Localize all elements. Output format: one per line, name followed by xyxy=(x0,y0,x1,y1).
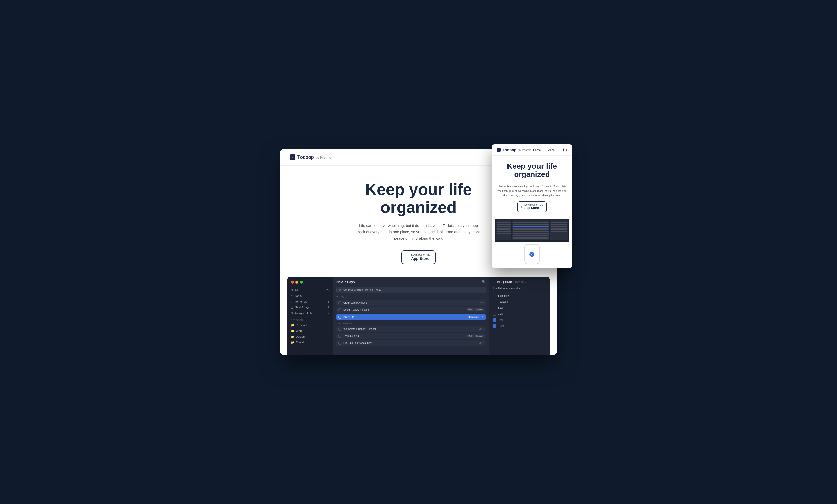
task-checkbox[interactable] xyxy=(338,335,341,338)
checklist-item-checked[interactable]: ✓ Bread xyxy=(493,323,546,329)
task-time: 10:00 xyxy=(479,302,483,304)
floating-hero-title: Keep your life organized xyxy=(497,162,567,178)
search-icon[interactable]: 🔍 xyxy=(482,280,485,284)
plus-icon: ⊕ xyxy=(339,289,341,291)
brand: ✓ Todoop by Prismic xyxy=(290,155,331,160)
fsg-bar xyxy=(513,228,549,230)
task-tag-personal: Personal xyxy=(468,316,479,318)
task-time: 10:00 xyxy=(479,342,483,344)
sidebar-item-today[interactable]: ◷ Today 3 xyxy=(287,293,333,299)
sidebar-folder-work[interactable]: 📁 Work › xyxy=(287,328,333,334)
task-checkbox[interactable] xyxy=(338,308,341,311)
task-list-title: Next 7 Days xyxy=(336,280,355,284)
floating-brand: ✓ Todoop by Prismic xyxy=(497,148,531,152)
task-checkbox[interactable] xyxy=(338,301,341,304)
tomorrow-icon: ◷ xyxy=(291,300,293,303)
task-date-tomorrow: Wed, Tomorrow xyxy=(336,322,485,325)
task-name: Design review meeting xyxy=(343,308,465,311)
fsg-bar xyxy=(497,231,511,232)
app-store-button[interactable]:  Download on the App Store xyxy=(402,251,435,264)
sidebar-item-tomorrow[interactable]: ◷ Tomorrow 5 xyxy=(287,299,333,305)
sidebar-folder-design[interactable]: 📁 Design › xyxy=(287,334,333,340)
fsg-bar xyxy=(497,233,511,234)
task-item[interactable]: Pick up Ellen from airport 10:00 xyxy=(336,340,485,346)
floating-app-store-label-small: Download on the xyxy=(524,204,543,206)
phone-checkmark-icon: ✓ xyxy=(530,252,534,257)
sidebar-item-next7days[interactable]: ◷ Next 7 days 12 xyxy=(287,305,333,310)
task-checkbox[interactable] xyxy=(338,316,341,319)
floating-hero: Keep your life organized Life can feel o… xyxy=(492,156,572,216)
checklist-checkbox-checked[interactable]: ✓ xyxy=(493,318,496,322)
floating-brand-by: by Prismic xyxy=(518,148,531,151)
checklist-item[interactable]: Potatoes xyxy=(493,299,546,305)
window-close-icon[interactable] xyxy=(291,281,294,284)
folder-icon: 📁 xyxy=(291,329,295,332)
sidebar-item-assigned-to-me[interactable]: ◎ Assigned to Me 7 xyxy=(287,310,333,316)
phone-preview-area: ✓ xyxy=(492,242,572,268)
checklist-checkbox[interactable] xyxy=(493,306,496,309)
fsg-bar xyxy=(551,228,567,230)
task-name: BBQ Plan xyxy=(343,316,466,318)
sidebar-folder-travel[interactable]: 📁 Travel › xyxy=(287,340,333,345)
fsg-bar xyxy=(513,221,549,223)
task-date-today: Tue, Today xyxy=(336,296,485,299)
checklist-checkbox[interactable] xyxy=(493,294,496,298)
task-tag-work: Work xyxy=(467,335,474,338)
task-item[interactable]: Design review meeting Work Design xyxy=(336,307,485,313)
floating-hero-subtitle: Life can feel overwhelming, but it doesn… xyxy=(497,184,567,197)
floating-screenshot-grid xyxy=(495,219,569,242)
checklist-checkbox-checked[interactable]: ✓ xyxy=(493,324,496,328)
task-checkbox[interactable] xyxy=(338,342,341,345)
detail-panel: ☰ BBQ Plan Today, Jan 8 ⊞ Ask Phil for s… xyxy=(489,277,550,355)
task-tag-work: Work xyxy=(467,308,474,311)
task-checkbox[interactable] xyxy=(338,328,341,331)
phone-content: ✓ xyxy=(525,245,539,264)
fsg-col-middle xyxy=(512,220,549,240)
sidebar-folder-personal[interactable]: 📁 Personal › xyxy=(287,322,333,328)
window-maximize-icon[interactable] xyxy=(300,281,303,284)
fsg-bar xyxy=(551,226,567,227)
floating-nav-home[interactable]: Home xyxy=(533,148,540,151)
checklist-checkbox[interactable] xyxy=(493,312,496,316)
task-item[interactable]: "Corporate Finance" Seminar 10:00 xyxy=(336,326,485,332)
task-item[interactable]: Team building Work Design xyxy=(336,333,485,339)
folder-icon: 📁 xyxy=(291,335,295,339)
task-time: 10:00 xyxy=(479,328,483,330)
floating-app-store-button[interactable]:  Download on the App Store xyxy=(517,201,547,213)
task-flag-icon: ⚑ xyxy=(482,316,483,318)
checklist-item-checked[interactable]: ✓ Beer xyxy=(493,317,546,323)
floating-brand-name: Todoop xyxy=(503,148,516,152)
checklist-item[interactable]: Cola xyxy=(493,311,546,317)
brand-by: by Prismic xyxy=(316,156,331,159)
brand-logo-icon: ✓ xyxy=(290,155,296,160)
task-name: Team building xyxy=(343,335,465,338)
window-minimize-icon[interactable] xyxy=(296,281,299,284)
detail-title-row: ☰ BBQ Plan Today, Jan 8 xyxy=(493,280,526,284)
floating-navbar: ✓ Todoop by Prismic Home About 🇫🇷 xyxy=(492,144,572,156)
sidebar-item-all[interactable]: ◎ All 22 xyxy=(287,287,333,293)
task-list-area: Next 7 Days 🔍 ⊕ Add Task to "BBQ Plan" o… xyxy=(333,277,489,355)
apple-icon:  xyxy=(407,254,409,260)
assigned-icon: ◎ xyxy=(291,312,293,315)
floating-card: ✓ Todoop by Prismic Home About 🇫🇷 Keep y… xyxy=(492,144,572,268)
app-sidebar: ◎ All 22 ◷ Today 3 ◷ Tomorrow xyxy=(287,277,333,355)
fsg-bar xyxy=(513,231,549,232)
task-item[interactable]: Credit card payments 10:00 xyxy=(336,300,485,306)
grid-icon[interactable]: ⊞ xyxy=(544,281,546,284)
fsg-col-left xyxy=(496,220,511,240)
task-tag-design: Design xyxy=(475,335,483,338)
task-list-header: Next 7 Days 🔍 xyxy=(336,280,485,284)
add-task-button[interactable]: ⊕ Add Task to "BBQ Plan" on "Today" xyxy=(336,287,485,293)
checklist-item[interactable]: Beef xyxy=(493,305,546,311)
app-store-label-main: App Store xyxy=(411,256,430,261)
fsg-bar xyxy=(551,231,567,232)
fsg-bar xyxy=(551,221,567,223)
task-item-active[interactable]: BBQ Plan Personal ⚑ xyxy=(336,314,485,320)
checklist-checkbox[interactable] xyxy=(493,300,496,303)
floating-nav-about[interactable]: About xyxy=(548,148,555,151)
checklist-item[interactable]: Skim-milk xyxy=(493,293,546,299)
fsg-bar xyxy=(497,226,511,227)
app-screenshot: ◎ All 22 ◷ Today 3 ◷ Tomorrow xyxy=(287,277,550,355)
fsg-bar xyxy=(513,237,549,239)
fsg-col-right xyxy=(550,220,568,240)
